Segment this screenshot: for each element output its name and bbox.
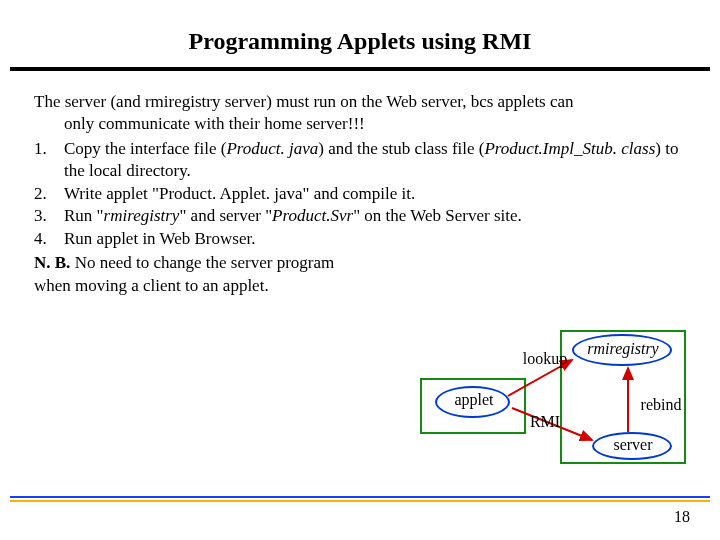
footer-rule-gold [10,500,710,502]
rmiregistry-label: rmiregistry [578,340,668,358]
italic-text: Product.Svr [272,206,353,225]
nb-line-1: No need to change the server program [70,253,334,272]
list-item: 3. Run "rmiregistry" and server "Product… [34,205,686,227]
list-number: 3. [34,205,64,227]
rmiregistry-node [572,334,672,366]
intro-line-2: only communicate with their home server!… [34,113,686,135]
footer-divider [10,496,710,502]
text-fragment: Copy the interface file ( [64,139,226,158]
footer-rule-blue [10,496,710,498]
list-item: 4. Run applet in Web Browser. [34,228,686,250]
server-box [560,330,686,464]
slide-title: Programming Applets using RMI [0,0,720,67]
list-text: Run applet in Web Browser. [64,228,686,250]
numbered-list: 1. Copy the interface file (Product. jav… [34,138,686,250]
text-fragment: Run " [64,206,104,225]
client-box [420,378,526,434]
text-fragment: ) and the stub class file ( [318,139,484,158]
text-fragment: " on the Web Server site. [353,206,522,225]
list-number: 4. [34,228,64,250]
list-text: Copy the interface file (Product. java) … [64,138,686,183]
list-text: Write applet "Product. Applet. java" and… [64,183,686,205]
list-item: 1. Copy the interface file (Product. jav… [34,138,686,183]
lookup-label: lookup [520,350,570,368]
server-label: server [608,436,658,454]
rmi-label: RMI [527,413,563,431]
slide-body: The server (and rmiregistry server) must… [0,71,720,297]
nb-note: N. B. No need to change the server progr… [34,252,686,297]
intro-line-1: The server (and rmiregistry server) must… [34,92,574,111]
text-fragment: " and server " [179,206,272,225]
page-number: 18 [674,508,690,526]
nb-line-2: when moving a client to an applet. [34,276,269,295]
server-node [592,432,672,460]
italic-text: rmiregistry [104,206,180,225]
rebind-label: rebind [636,396,686,414]
applet-label: applet [452,391,496,409]
svg-line-0 [508,360,572,396]
list-text: Run "rmiregistry" and server "Product.Sv… [64,205,686,227]
intro-text: The server (and rmiregistry server) must… [34,91,686,136]
list-number: 1. [34,138,64,183]
list-number: 2. [34,183,64,205]
nb-label: N. B. [34,253,70,272]
svg-line-1 [512,408,592,440]
italic-text: Product. java [226,139,318,158]
applet-node [435,386,510,418]
list-item: 2. Write applet "Product. Applet. java" … [34,183,686,205]
italic-text: Product.Impl_Stub. class [484,139,655,158]
